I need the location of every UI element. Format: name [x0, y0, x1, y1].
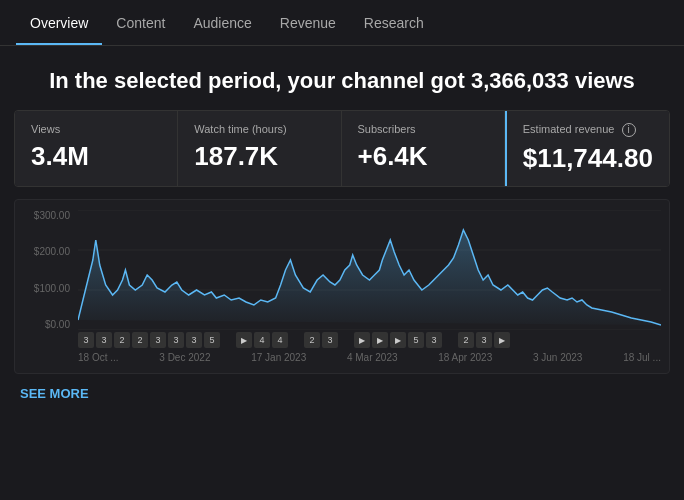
page-dot-5[interactable]: 3 [168, 332, 184, 348]
stat-views-label: Views [31, 123, 161, 135]
stat-revenue: Estimated revenue i $11,744.80 [505, 111, 669, 186]
page-dot-13[interactable]: 3 [426, 332, 442, 348]
y-label-200: $200.00 [23, 246, 70, 257]
page-dot-11[interactable]: 3 [322, 332, 338, 348]
x-label-2: 17 Jan 2023 [251, 352, 306, 363]
page-dot-4[interactable]: 3 [150, 332, 166, 348]
tab-overview[interactable]: Overview [16, 0, 102, 45]
y-label-0: $0.00 [23, 319, 70, 330]
page-dot-3[interactable]: 2 [132, 332, 148, 348]
page-dot-14[interactable]: 2 [458, 332, 474, 348]
page-dot-spacer-1 [290, 332, 302, 348]
pagination-row: 3 3 2 2 3 3 3 5 ▶ 4 4 2 3 ▶ ▶ ▶ 5 3 [78, 330, 661, 350]
headline-text: In the selected period, your channel got… [20, 68, 664, 94]
y-label-300: $300.00 [23, 210, 70, 221]
x-label-0: 18 Oct ... [78, 352, 119, 363]
page-dot-1[interactable]: 3 [96, 332, 112, 348]
page-dot-15[interactable]: 3 [476, 332, 492, 348]
x-label-6: 18 Jul ... [623, 352, 661, 363]
page-arrow-2[interactable]: ▶ [372, 332, 388, 348]
tab-revenue[interactable]: Revenue [266, 0, 350, 45]
stat-watchtime: Watch time (hours) 187.7K [178, 111, 341, 186]
stat-subscribers-value: +6.4K [358, 141, 488, 172]
tab-research[interactable]: Research [350, 0, 438, 45]
page-dot-0[interactable]: 3 [78, 332, 94, 348]
page-arrow-4[interactable]: ▶ [494, 332, 510, 348]
stat-subscribers: Subscribers +6.4K [342, 111, 505, 186]
see-more-link[interactable]: SEE MORE [20, 386, 89, 401]
x-axis: 18 Oct ... 3 Dec 2022 17 Jan 2023 4 Mar … [23, 350, 661, 363]
headline-section: In the selected period, your channel got… [0, 46, 684, 110]
see-more-section: SEE MORE [0, 374, 684, 412]
chart-section: $300.00 $200.00 $100.00 $0.00 [14, 199, 670, 374]
page-dot-spacer-2 [340, 332, 352, 348]
page-dot-spacer-3 [444, 332, 456, 348]
revenue-info-icon[interactable]: i [622, 123, 636, 137]
stat-views-value: 3.4M [31, 141, 161, 172]
stats-row: Views 3.4M Watch time (hours) 187.7K Sub… [14, 110, 670, 187]
page-dot-9[interactable]: 4 [272, 332, 288, 348]
navigation-bar: Overview Content Audience Revenue Resear… [0, 0, 684, 46]
chart-plot[interactable]: 3 3 2 2 3 3 3 5 ▶ 4 4 2 3 ▶ ▶ ▶ 5 3 [78, 210, 661, 350]
x-label-1: 3 Dec 2022 [159, 352, 210, 363]
stat-revenue-label: Estimated revenue i [523, 123, 653, 137]
tab-content[interactable]: Content [102, 0, 179, 45]
page-dot-8[interactable]: 4 [254, 332, 270, 348]
y-axis: $300.00 $200.00 $100.00 $0.00 [23, 210, 78, 350]
line-chart-svg [78, 210, 661, 330]
x-label-5: 3 Jun 2023 [533, 352, 583, 363]
stat-revenue-value: $11,744.80 [523, 143, 653, 174]
x-label-4: 18 Apr 2023 [438, 352, 492, 363]
tab-audience[interactable]: Audience [179, 0, 265, 45]
page-dot-10[interactable]: 2 [304, 332, 320, 348]
stat-views: Views 3.4M [15, 111, 178, 186]
page-dot-7[interactable]: 5 [204, 332, 220, 348]
page-dot-spacer-0 [222, 332, 234, 348]
x-label-3: 4 Mar 2023 [347, 352, 398, 363]
page-dot-6[interactable]: 3 [186, 332, 202, 348]
y-label-100: $100.00 [23, 283, 70, 294]
page-arrow-0[interactable]: ▶ [236, 332, 252, 348]
page-dot-12[interactable]: 5 [408, 332, 424, 348]
page-arrow-1[interactable]: ▶ [354, 332, 370, 348]
page-dot-2[interactable]: 2 [114, 332, 130, 348]
chart-container: $300.00 $200.00 $100.00 $0.00 [23, 210, 661, 350]
stat-watchtime-value: 187.7K [194, 141, 324, 172]
stat-watchtime-label: Watch time (hours) [194, 123, 324, 135]
stat-subscribers-label: Subscribers [358, 123, 488, 135]
page-arrow-3[interactable]: ▶ [390, 332, 406, 348]
